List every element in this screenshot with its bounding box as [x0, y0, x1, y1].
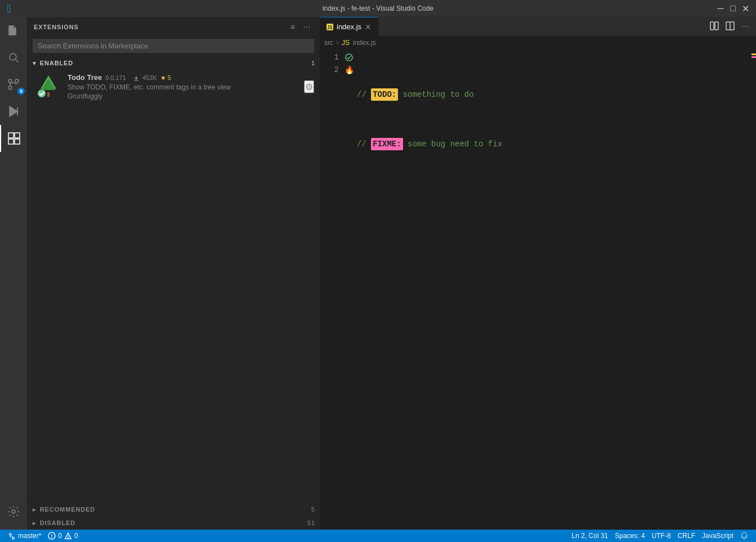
- bell-icon: [740, 532, 748, 540]
- svg-rect-21: [715, 22, 718, 30]
- disabled-label: DISABLED: [40, 519, 75, 526]
- svg-rect-20: [710, 22, 714, 30]
- svg-rect-17: [134, 80, 138, 81]
- svg-point-11: [12, 510, 15, 513]
- line-number-2: 2: [320, 64, 339, 76]
- breadcrumb-filename[interactable]: index.js: [353, 39, 376, 47]
- js-file-icon: JS: [326, 24, 333, 30]
- warning-count: 0: [74, 532, 78, 540]
- run-activity-icon[interactable]: [0, 98, 27, 125]
- minimap-todo-line: [751, 53, 756, 55]
- svg-point-2: [8, 79, 12, 83]
- svg-line-1: [16, 60, 19, 62]
- editor-area: JS index.js ✕ ⋯: [320, 17, 756, 530]
- recommended-label: RECOMMENDED: [40, 506, 95, 513]
- editor-gutter: 🔥: [343, 49, 355, 530]
- more-actions-icon[interactable]: ⋯: [301, 21, 313, 33]
- encoding-label: UTF-8: [652, 532, 671, 540]
- code-editor[interactable]: 1 2 🔥 // TODO:: [320, 49, 756, 530]
- todo-tree-author: Gruntfuggly: [68, 92, 314, 100]
- breadcrumb: src > JS index.js: [320, 37, 756, 49]
- settings-activity-icon[interactable]: [0, 498, 27, 525]
- errors-warnings-status[interactable]: 0 0: [44, 530, 81, 542]
- spaces-status[interactable]: Spaces: 4: [611, 532, 648, 540]
- code-line-2: // FIXME: some bug need to fix: [355, 138, 748, 150]
- minimap-fixme-line: [751, 56, 756, 58]
- search-activity-icon[interactable]: [0, 44, 27, 71]
- language-label: JavaScript: [702, 532, 733, 540]
- git-branch-icon: [8, 532, 16, 540]
- split-editor-button[interactable]: [708, 20, 721, 33]
- bottom-sections: ► RECOMMENDED 5 ► DISABLED 51: [27, 502, 320, 530]
- status-bar: master* 0 0 Ln 2, Col 31 Spaces: 4 UTF-8…: [0, 530, 756, 542]
- svg-point-16: [38, 89, 46, 97]
- breadcrumb-src[interactable]: src: [324, 39, 333, 47]
- sidebar-title: EXTENSIONS: [34, 24, 79, 30]
- js-breadcrumb-icon: JS: [342, 39, 350, 47]
- vscode-logo: : [7, 2, 11, 15]
- activity-bottom: [0, 498, 27, 525]
- svg-point-0: [10, 53, 16, 60]
- notification-bell-button[interactable]: [737, 532, 751, 540]
- git-branch-name: master*: [18, 532, 41, 540]
- todo-tree-stars: ★ 5: [160, 74, 171, 82]
- tab-close-button[interactable]: ✕: [365, 23, 372, 32]
- close-button[interactable]: ✕: [741, 5, 749, 12]
- enabled-section-header[interactable]: ▼ ENABLED 1: [27, 57, 320, 69]
- breadcrumb-separator: >: [335, 39, 339, 47]
- index-js-tab[interactable]: JS index.js ✕: [320, 17, 379, 36]
- filter-icon[interactable]: ≡: [288, 21, 297, 33]
- cursor-position-status[interactable]: Ln 2, Col 31: [569, 532, 612, 540]
- comment-1: //: [357, 88, 371, 101]
- comment-2-text: some bug need to fix: [403, 138, 502, 150]
- disabled-chevron: ►: [32, 520, 38, 526]
- language-status[interactable]: JavaScript: [699, 532, 737, 540]
- svg-rect-13: [47, 92, 50, 97]
- gutter-icon-1: [343, 51, 355, 64]
- line-ending-status[interactable]: CRLF: [674, 532, 699, 540]
- fixme-tag: FIXME:: [371, 138, 402, 150]
- recommended-chevron: ►: [32, 507, 38, 513]
- main-container: 9 EXTENS: [0, 17, 756, 530]
- todo-tree-name-row: Todo Tree 0.0.171 452K ★ 5: [68, 73, 314, 82]
- spaces-label: Spaces: 4: [615, 532, 645, 540]
- encoding-status[interactable]: UTF-8: [648, 532, 674, 540]
- title-bar:  index.js - fe-test - Visual Studio Cod…: [0, 0, 756, 17]
- recommended-section-header[interactable]: ► RECOMMENDED 5: [27, 503, 320, 516]
- comment-2: //: [357, 138, 371, 150]
- sidebar: EXTENSIONS ≡ ⋯ ▼ ENABLED 1: [27, 17, 320, 530]
- editor-layout-button[interactable]: [723, 20, 737, 33]
- disabled-count: 51: [307, 519, 315, 526]
- window-controls: ─ □ ✕: [717, 5, 749, 12]
- minimize-button[interactable]: ─: [717, 5, 724, 12]
- svg-rect-10: [15, 139, 20, 144]
- enabled-label: ENABLED: [40, 60, 73, 66]
- tab-bar-actions: ⋯: [708, 17, 756, 36]
- warning-icon: [64, 532, 72, 540]
- source-control-activity-icon[interactable]: 9: [0, 71, 27, 98]
- more-editor-actions[interactable]: ⋯: [739, 21, 751, 32]
- sidebar-header-icons: ≡ ⋯: [288, 21, 313, 33]
- todo-tree-downloads: 452K: [133, 74, 157, 82]
- code-line-1: // TODO: something to do: [355, 88, 748, 101]
- line-ending-label: CRLF: [678, 532, 695, 540]
- todo-tree-extension-item[interactable]: Todo Tree 0.0.171 452K ★ 5 Show TODO, FI…: [27, 69, 320, 105]
- line-numbers: 1 2: [320, 49, 343, 530]
- explorer-activity-icon[interactable]: [0, 17, 27, 44]
- extensions-search-input[interactable]: [33, 39, 314, 53]
- window-title: index.js - fe-test - Visual Studio Code: [323, 5, 433, 12]
- svg-text:JS: JS: [327, 25, 333, 30]
- enabled-badge: 1: [311, 60, 315, 66]
- todo-tree-info: Todo Tree 0.0.171 452K ★ 5 Show TODO, FI…: [68, 73, 314, 100]
- disabled-section-header[interactable]: ► DISABLED 51: [27, 516, 320, 530]
- todo-tree-icon: [35, 73, 62, 100]
- extensions-activity-icon[interactable]: [0, 125, 27, 152]
- enabled-chevron: ▼: [32, 60, 38, 66]
- maximize-button[interactable]: □: [729, 5, 737, 12]
- git-branch-status[interactable]: master*: [5, 530, 44, 542]
- todo-tree-settings-button[interactable]: ⚙: [304, 80, 314, 93]
- todo-tree-version: 0.0.171: [105, 74, 126, 81]
- code-content[interactable]: // TODO: something to do // FIXME: some …: [355, 49, 748, 530]
- svg-rect-8: [15, 133, 20, 138]
- status-bar-right: Ln 2, Col 31 Spaces: 4 UTF-8 CRLF JavaSc…: [569, 532, 751, 540]
